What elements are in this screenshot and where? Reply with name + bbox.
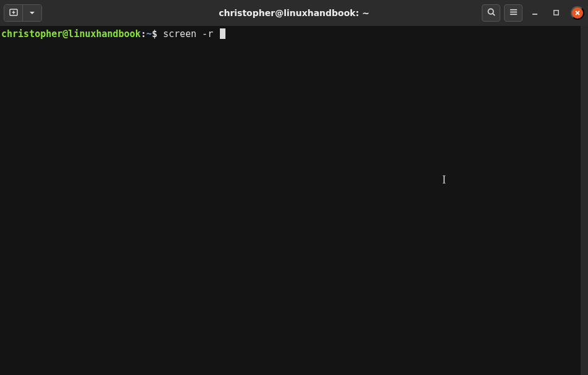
svg-line-4 [492,14,494,15]
prompt-symbol: $ [152,28,158,41]
svg-point-3 [488,9,493,14]
scrollbar[interactable] [581,26,588,375]
minimize-button[interactable] [526,4,544,22]
svg-rect-9 [553,10,558,14]
prompt-separator: : [141,28,146,41]
prompt-path: ~ [146,28,152,41]
terminal-area[interactable]: christopher@linuxhandbook:~$ screen -r I [0,26,588,375]
tab-dropdown-button[interactable] [23,5,41,21]
chevron-down-icon [29,9,35,18]
window-title: christopher@linuxhandbook: ~ [219,8,369,18]
titlebar-left-controls [4,4,42,22]
menu-button[interactable] [504,4,523,22]
maximize-button[interactable] [547,4,565,22]
prompt-user-host: christopher@linuxhandbook [1,28,141,41]
maximize-icon [553,9,560,18]
new-tab-icon [9,7,19,19]
search-icon [487,7,496,19]
search-button[interactable] [482,4,500,22]
titlebar-right-controls [482,4,584,22]
command-text: screen -r [158,28,219,41]
tab-button-group [4,4,42,22]
mouse-ibeam-cursor: I [442,173,446,187]
titlebar: christopher@linuxhandbook: ~ [0,0,588,26]
new-tab-button[interactable] [4,5,23,21]
minimize-icon [531,9,539,18]
close-button[interactable] [571,6,584,20]
hamburger-menu-icon [509,7,518,19]
terminal-cursor [220,28,225,39]
close-icon [574,9,581,18]
prompt-line: christopher@linuxhandbook:~$ screen -r [1,28,587,41]
